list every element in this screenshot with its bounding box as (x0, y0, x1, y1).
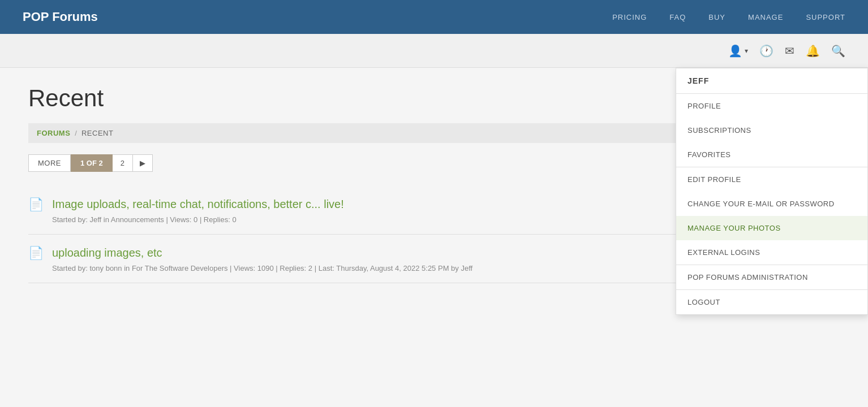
bell-icon[interactable]: 🔔 (806, 44, 820, 58)
dropdown-username: JEFF (676, 68, 867, 93)
dropdown-section-2: EDIT PROFILE CHANGE YOUR E-MAIL OR PASSW… (676, 167, 867, 265)
dropdown-subscriptions[interactable]: SUBSCRIPTIONS (676, 118, 867, 142)
more-button[interactable]: MORE (28, 154, 71, 172)
next-page-button[interactable]: ▶ (133, 154, 153, 172)
dropdown-profile[interactable]: PROFILE (676, 94, 867, 118)
top-navigation: POP Forums PRICING FAQ BUY MANAGE SUPPOR… (0, 0, 868, 34)
post-meta: Started by: Jeff in Announcements | View… (52, 215, 344, 224)
nav-buy[interactable]: BUY (708, 13, 725, 21)
post-title-2[interactable]: uploading images, etc (52, 246, 162, 259)
post-content: Image uploads, real-time chat, notificat… (52, 196, 344, 224)
dropdown-favorites[interactable]: FAVORITES (676, 142, 867, 167)
dropdown-logout[interactable]: LOGOUT (676, 290, 867, 314)
page-2-button[interactable]: 2 (113, 154, 133, 172)
dropdown-section-3: POP FORUMS ADMINISTRATION (676, 265, 867, 290)
dropdown-section-1: PROFILE SUBSCRIPTIONS FAVORITES (676, 94, 867, 167)
current-page-indicator: 1 OF 2 (71, 154, 113, 172)
dropdown-change-email[interactable]: CHANGE YOUR E-MAIL OR PASSWORD (676, 192, 867, 216)
dropdown-admin[interactable]: POP FORUMS ADMINISTRATION (676, 265, 867, 289)
post-icon: 📄 (28, 246, 44, 261)
dropdown-section-4: LOGOUT (676, 290, 867, 314)
brand-name[interactable]: POP Forums (23, 10, 98, 24)
dropdown-manage-photos[interactable]: MANAGE YOUR PHOTOS (676, 216, 867, 240)
nav-support[interactable]: SUPPORT (806, 13, 845, 21)
user-icon: 👤 (728, 44, 742, 58)
search-icon[interactable]: 🔍 (831, 44, 845, 58)
breadcrumb-parent[interactable]: FORUMS (37, 129, 70, 137)
dropdown-edit-profile[interactable]: EDIT PROFILE (676, 167, 867, 192)
chevron-down-icon: ▾ (745, 47, 748, 55)
nav-links: PRICING FAQ BUY MANAGE SUPPORT (612, 13, 845, 21)
post-title[interactable]: Image uploads, real-time chat, notificat… (52, 198, 344, 210)
user-dropdown-menu: JEFF PROFILE SUBSCRIPTIONS FAVORITES EDI… (676, 68, 868, 315)
post-meta-2: Started by: tony bonn in For The Softwar… (52, 264, 472, 272)
user-menu-button[interactable]: 👤 ▾ (728, 44, 748, 58)
post-icon: 📄 (28, 197, 44, 212)
post-content: uploading images, etc Started by: tony b… (52, 245, 472, 272)
dropdown-section-username: JEFF (676, 68, 867, 94)
nav-faq[interactable]: FAQ (669, 13, 686, 21)
breadcrumb-separator: / (75, 129, 77, 137)
nav-pricing[interactable]: PRICING (612, 13, 647, 21)
dropdown-external-logins[interactable]: EXTERNAL LOGINS (676, 240, 867, 265)
user-toolbar: 👤 ▾ 🕐 ✉ 🔔 🔍 (0, 34, 868, 68)
breadcrumb-current: RECENT (81, 129, 113, 137)
nav-manage[interactable]: MANAGE (748, 13, 783, 21)
clock-icon[interactable]: 🕐 (759, 44, 774, 58)
mail-icon[interactable]: ✉ (785, 44, 794, 58)
